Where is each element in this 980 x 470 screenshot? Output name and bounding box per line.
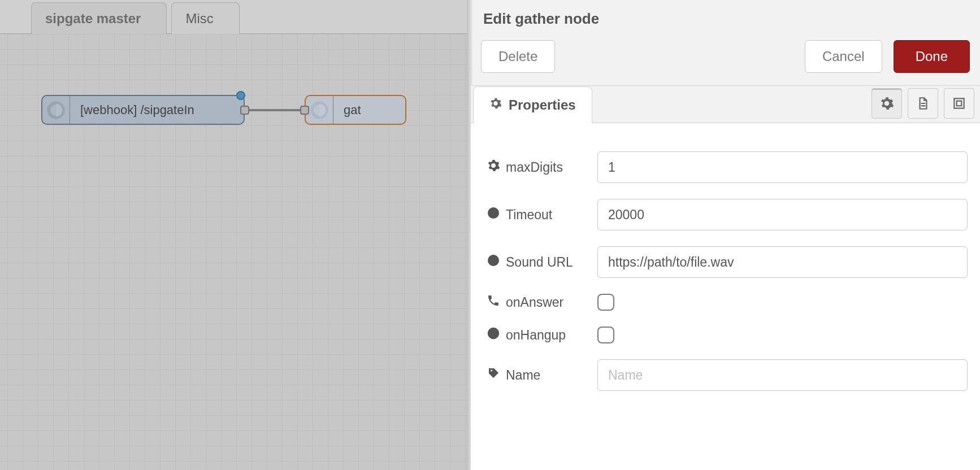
row-on-answer: onAnswer [487,294,968,311]
phone-icon [487,294,500,311]
field-label: onHangup [506,328,566,343]
frame-icon [952,96,966,111]
clock-icon [487,206,500,223]
wire[interactable] [242,109,305,111]
node-webhook[interactable]: [webhook] /sipgateIn [41,95,245,125]
workspace: sipgate master Misc [webhook] /sipgateIn… [0,0,470,470]
node-label: [webhook] /sipgateIn [70,103,205,118]
globe-icon [487,254,500,271]
gear-icon [487,159,500,176]
done-button[interactable]: Done [894,40,970,73]
field-label: Name [506,368,540,383]
workspace-tab-sipgate[interactable]: sipgate master [31,2,167,34]
gear-icon [489,97,502,113]
panel-action-bar: Delete Cancel Done [471,40,980,86]
node-type-icon [42,97,70,124]
name-input[interactable] [597,359,968,391]
tag-icon [487,367,500,384]
cancel-button[interactable]: Cancel [805,40,882,73]
gear-icon [879,96,894,111]
field-label: onAnswer [506,295,563,310]
row-sound-url: Sound URL [487,246,968,278]
tab-label: Properties [509,97,576,113]
node-description-button[interactable] [908,88,938,119]
workspace-tab-label: Misc [185,11,213,27]
sound-url-input[interactable] [597,246,968,278]
node-settings-button[interactable] [871,88,902,119]
flow-canvas[interactable]: [webhook] /sipgateIn gat [0,34,470,470]
workspace-tabs: sipgate master Misc [0,0,470,34]
field-label: Sound URL [506,255,573,270]
row-timeout: Timeout [487,199,968,230]
max-digits-input[interactable] [597,151,968,183]
tab-properties[interactable]: Properties [473,86,592,123]
panel-title: Edit gather node [471,0,980,40]
node-gather[interactable]: gat [305,95,406,125]
cancel-icon [487,327,500,343]
workspace-tab-misc[interactable]: Misc [171,2,239,34]
svg-rect-3 [957,101,962,106]
row-on-hangup: onHangup [487,327,968,343]
on-hangup-checkbox[interactable] [597,327,614,343]
workspace-tab-label: sipgate master [45,11,141,27]
node-label: gat [333,103,371,118]
panel-body: Properties maxDigits [471,86,980,470]
svg-rect-2 [954,98,964,108]
node-status-icon [236,91,245,100]
row-name: Name [487,359,968,391]
field-label: maxDigits [506,160,563,175]
row-max-digits: maxDigits [487,151,968,183]
node-appearance-button[interactable] [944,88,974,119]
timeout-input[interactable] [597,199,968,230]
panel-tabs: Properties [471,86,980,123]
properties-form: maxDigits Timeout Sound UR [471,123,980,418]
on-answer-checkbox[interactable] [597,294,614,311]
delete-button[interactable]: Delete [481,40,555,73]
field-label: Timeout [506,207,552,223]
node-type-icon [306,97,333,124]
edit-panel: Edit gather node Delete Cancel Done Prop… [470,0,980,470]
document-icon [916,96,930,111]
node-output-port[interactable] [240,106,249,115]
